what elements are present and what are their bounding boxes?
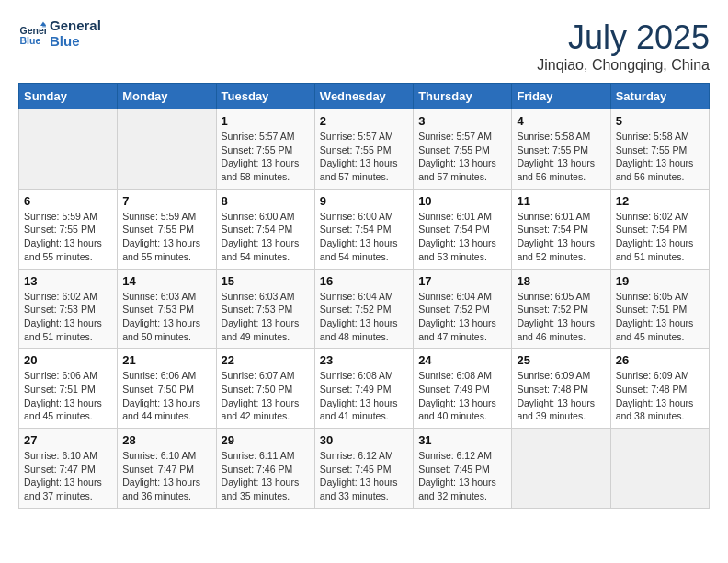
day-number: 14 [122, 274, 210, 288]
page-header: General Blue General Blue July 2025 Jinq… [18, 18, 710, 74]
day-number: 11 [517, 194, 605, 208]
day-number: 7 [122, 194, 210, 208]
day-cell-2: 2Sunrise: 5:57 AMSunset: 7:55 PMDaylight… [314, 109, 413, 190]
day-info: Sunrise: 5:59 AMSunset: 7:55 PMDaylight:… [122, 210, 210, 264]
day-cell-26: 26Sunrise: 6:09 AMSunset: 7:48 PMDayligh… [610, 349, 709, 429]
day-cell-30: 30Sunrise: 6:12 AMSunset: 7:45 PMDayligh… [314, 429, 413, 509]
day-number: 26 [616, 353, 704, 367]
day-number: 2 [320, 114, 408, 128]
day-number: 18 [517, 274, 605, 288]
day-info: Sunrise: 6:08 AMSunset: 7:49 PMDaylight:… [320, 369, 408, 423]
day-info: Sunrise: 6:04 AMSunset: 7:52 PMDaylight:… [418, 290, 506, 344]
day-cell-empty [118, 109, 216, 190]
day-info: Sunrise: 6:00 AMSunset: 7:54 PMDaylight:… [320, 210, 408, 264]
day-info: Sunrise: 5:57 AMSunset: 7:55 PMDaylight:… [222, 130, 310, 184]
day-cell-16: 16Sunrise: 6:04 AMSunset: 7:52 PMDayligh… [314, 269, 413, 349]
day-number: 24 [418, 353, 506, 367]
day-info: Sunrise: 6:06 AMSunset: 7:51 PMDaylight:… [24, 369, 112, 423]
day-info: Sunrise: 6:05 AMSunset: 7:52 PMDaylight:… [517, 290, 605, 344]
logo-icon: General Blue [18, 20, 46, 48]
day-info: Sunrise: 6:02 AMSunset: 7:53 PMDaylight:… [24, 290, 112, 344]
day-cell-7: 7Sunrise: 5:59 AMSunset: 7:55 PMDaylight… [118, 189, 216, 269]
day-cell-empty [512, 429, 610, 509]
day-info: Sunrise: 6:03 AMSunset: 7:53 PMDaylight:… [122, 290, 210, 344]
day-cell-12: 12Sunrise: 6:02 AMSunset: 7:54 PMDayligh… [610, 189, 709, 269]
header-sunday: Sunday [19, 84, 118, 109]
day-cell-5: 5Sunrise: 5:58 AMSunset: 7:55 PMDaylight… [610, 109, 709, 190]
header-wednesday: Wednesday [314, 84, 413, 109]
day-cell-10: 10Sunrise: 6:01 AMSunset: 7:54 PMDayligh… [414, 189, 512, 269]
day-cell-19: 19Sunrise: 6:05 AMSunset: 7:51 PMDayligh… [610, 269, 709, 349]
day-number: 21 [122, 353, 210, 367]
day-number: 25 [517, 353, 605, 367]
day-number: 13 [24, 274, 112, 288]
day-cell-3: 3Sunrise: 5:57 AMSunset: 7:55 PMDaylight… [414, 109, 512, 190]
header-thursday: Thursday [414, 84, 512, 109]
calendar-table: SundayMondayTuesdayWednesdayThursdayFrid… [18, 83, 710, 509]
day-info: Sunrise: 6:09 AMSunset: 7:48 PMDaylight:… [517, 369, 605, 423]
day-info: Sunrise: 5:57 AMSunset: 7:55 PMDaylight:… [320, 130, 408, 184]
day-number: 28 [122, 433, 210, 447]
day-cell-11: 11Sunrise: 6:01 AMSunset: 7:54 PMDayligh… [512, 189, 610, 269]
logo: General Blue General Blue [18, 18, 101, 49]
day-number: 20 [24, 353, 112, 367]
header-saturday: Saturday [610, 84, 709, 109]
week-row-5: 27Sunrise: 6:10 AMSunset: 7:47 PMDayligh… [19, 429, 710, 509]
day-cell-1: 1Sunrise: 5:57 AMSunset: 7:55 PMDaylight… [216, 109, 314, 190]
day-info: Sunrise: 6:08 AMSunset: 7:49 PMDaylight:… [418, 369, 506, 423]
week-row-4: 20Sunrise: 6:06 AMSunset: 7:51 PMDayligh… [19, 349, 710, 429]
day-number: 16 [320, 274, 408, 288]
day-info: Sunrise: 6:09 AMSunset: 7:48 PMDaylight:… [616, 369, 704, 423]
day-info: Sunrise: 6:12 AMSunset: 7:45 PMDaylight:… [320, 449, 408, 503]
day-cell-24: 24Sunrise: 6:08 AMSunset: 7:49 PMDayligh… [414, 349, 512, 429]
day-number: 30 [320, 433, 408, 447]
day-number: 17 [418, 274, 506, 288]
day-cell-22: 22Sunrise: 6:07 AMSunset: 7:50 PMDayligh… [216, 349, 314, 429]
day-cell-31: 31Sunrise: 6:12 AMSunset: 7:45 PMDayligh… [414, 429, 512, 509]
day-info: Sunrise: 6:11 AMSunset: 7:46 PMDaylight:… [222, 449, 310, 503]
day-cell-empty [610, 429, 709, 509]
day-info: Sunrise: 5:57 AMSunset: 7:55 PMDaylight:… [418, 130, 506, 184]
day-number: 15 [222, 274, 310, 288]
calendar-body: 1Sunrise: 5:57 AMSunset: 7:55 PMDaylight… [19, 109, 710, 509]
day-cell-18: 18Sunrise: 6:05 AMSunset: 7:52 PMDayligh… [512, 269, 610, 349]
day-cell-13: 13Sunrise: 6:02 AMSunset: 7:53 PMDayligh… [19, 269, 118, 349]
day-cell-empty [19, 109, 118, 190]
day-info: Sunrise: 6:10 AMSunset: 7:47 PMDaylight:… [122, 449, 210, 503]
day-cell-23: 23Sunrise: 6:08 AMSunset: 7:49 PMDayligh… [314, 349, 413, 429]
day-cell-4: 4Sunrise: 5:58 AMSunset: 7:55 PMDaylight… [512, 109, 610, 190]
day-number: 4 [517, 114, 605, 128]
header-tuesday: Tuesday [216, 84, 314, 109]
day-number: 10 [418, 194, 506, 208]
day-info: Sunrise: 6:10 AMSunset: 7:47 PMDaylight:… [24, 449, 112, 503]
day-cell-21: 21Sunrise: 6:06 AMSunset: 7:50 PMDayligh… [118, 349, 216, 429]
day-cell-15: 15Sunrise: 6:03 AMSunset: 7:53 PMDayligh… [216, 269, 314, 349]
day-info: Sunrise: 6:12 AMSunset: 7:45 PMDaylight:… [418, 449, 506, 503]
day-number: 6 [24, 194, 112, 208]
day-cell-28: 28Sunrise: 6:10 AMSunset: 7:47 PMDayligh… [118, 429, 216, 509]
header-friday: Friday [512, 84, 610, 109]
week-row-3: 13Sunrise: 6:02 AMSunset: 7:53 PMDayligh… [19, 269, 710, 349]
day-cell-6: 6Sunrise: 5:59 AMSunset: 7:55 PMDaylight… [19, 189, 118, 269]
week-row-1: 1Sunrise: 5:57 AMSunset: 7:55 PMDaylight… [19, 109, 710, 190]
day-info: Sunrise: 6:00 AMSunset: 7:54 PMDaylight:… [222, 210, 310, 264]
day-number: 27 [24, 433, 112, 447]
day-info: Sunrise: 6:02 AMSunset: 7:54 PMDaylight:… [616, 210, 704, 264]
day-number: 19 [616, 274, 704, 288]
day-info: Sunrise: 5:58 AMSunset: 7:55 PMDaylight:… [616, 130, 704, 184]
day-info: Sunrise: 6:01 AMSunset: 7:54 PMDaylight:… [418, 210, 506, 264]
day-cell-27: 27Sunrise: 6:10 AMSunset: 7:47 PMDayligh… [19, 429, 118, 509]
day-info: Sunrise: 5:59 AMSunset: 7:55 PMDaylight:… [24, 210, 112, 264]
svg-text:Blue: Blue [20, 34, 41, 45]
day-number: 31 [418, 433, 506, 447]
day-cell-29: 29Sunrise: 6:11 AMSunset: 7:46 PMDayligh… [216, 429, 314, 509]
title-block: July 2025 Jinqiao, Chongqing, China [537, 18, 710, 74]
calendar-header-row: SundayMondayTuesdayWednesdayThursdayFrid… [19, 84, 710, 109]
day-info: Sunrise: 6:05 AMSunset: 7:51 PMDaylight:… [616, 290, 704, 344]
day-number: 9 [320, 194, 408, 208]
week-row-2: 6Sunrise: 5:59 AMSunset: 7:55 PMDaylight… [19, 189, 710, 269]
logo-blue: Blue [50, 34, 101, 50]
header-monday: Monday [118, 84, 216, 109]
day-cell-20: 20Sunrise: 6:06 AMSunset: 7:51 PMDayligh… [19, 349, 118, 429]
location: Jinqiao, Chongqing, China [537, 57, 710, 74]
